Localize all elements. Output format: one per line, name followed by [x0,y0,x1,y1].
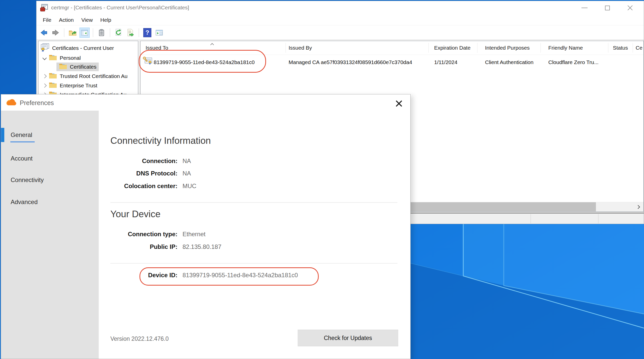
export-folder-icon [68,28,77,37]
sidebar-item-connectivity[interactable]: Connectivity [1,173,99,187]
connection-type-value: Ethernet [183,231,206,238]
dns-protocol-value: NA [183,170,191,177]
toolbar: ? [36,26,644,40]
toolbar-separator [110,28,110,37]
forward-icon [51,28,60,37]
menu-file[interactable]: File [39,17,55,23]
chevron-right-icon[interactable] [41,84,49,87]
colocation-center-label: Colocation center: [110,183,177,190]
tree-item-certificates-selected[interactable]: Certificates [56,63,99,71]
menu-help[interactable]: Help [96,17,115,23]
connection-label: Connection: [110,157,177,165]
toolbar-separator [93,28,93,37]
column-separator[interactable] [608,43,608,53]
maximize-icon [605,6,610,10]
certmgr-window-title: certmgr - [Certificates - Current User\P… [51,5,189,11]
sidebar-item-account[interactable]: Account [1,151,99,166]
refresh-button[interactable] [114,28,123,37]
section-divider [110,263,397,264]
menu-action[interactable]: Action [55,17,77,23]
certmgr-app-icon [39,3,49,12]
your-device-heading: Your Device [110,209,160,220]
public-ip-label: Public IP: [110,243,177,250]
column-header-issued-by[interactable]: Issued By [289,45,312,51]
certificates-store-icon [40,43,50,53]
dns-protocol-label: DNS Protocol: [110,170,177,177]
column-separator[interactable] [286,43,286,53]
console-tree-icon [80,28,89,37]
column-separator[interactable] [540,43,541,53]
menu-bar: File Action View Help [36,15,644,25]
maximize-button[interactable] [596,1,619,15]
scrollbar-right-button[interactable] [632,202,643,211]
preferences-sidebar: General Account Connectivity Advanced [1,111,99,359]
chevron-down-icon[interactable] [41,56,49,59]
show-hide-console-tree-button[interactable] [80,28,89,37]
selected-item-underline [10,142,35,142]
check-for-updates-button[interactable]: Check for Updates [298,330,398,346]
tree-root-certificates-current-user[interactable]: Certificates - Current User [40,44,114,53]
close-icon [627,5,633,11]
tree-root-label: Certificates - Current User [52,45,114,51]
folder-icon [49,82,57,90]
folder-icon [49,54,57,62]
preferences-close-button[interactable] [393,97,405,110]
cell-intended-purposes: Client Authentication [485,59,533,65]
export-folder-button[interactable] [68,28,77,37]
minimize-icon [581,8,588,8]
close-icon [395,99,403,108]
public-ip-value: 82.135.80.187 [183,243,221,250]
annotation-circle-device-id [139,267,319,286]
clipboard-icon [97,29,106,37]
cell-friendly-name: Cloudflare Zero Tru... [548,59,598,65]
annotation-circle-certificate [139,50,266,73]
close-button[interactable] [619,1,641,15]
sort-ascending-icon [210,43,214,47]
column-separator[interactable] [477,43,477,53]
column-header-ce[interactable]: Ce [636,45,642,51]
column-header-friendly-name[interactable]: Friendly Name [548,45,583,51]
export-list-button[interactable] [126,28,135,37]
column-separator[interactable] [428,43,429,53]
properties-button[interactable] [97,28,106,37]
certmgr-titlebar[interactable]: certmgr - [Certificates - Current User\P… [36,1,644,15]
tree-item-personal[interactable]: Personal [41,53,81,63]
connectivity-information-heading: Connectivity Information [110,135,211,146]
cell-issued-by: Managed CA ae57f03931324f08591d660e7c370… [289,59,412,65]
help-button[interactable]: ? [143,28,152,37]
colocation-center-value: MUC [183,183,196,190]
toolbar-separator [64,28,64,37]
column-header-expiration-date[interactable]: Expiration Date [434,45,471,51]
refresh-icon [114,28,123,37]
column-header-status[interactable]: Status [613,45,628,51]
forward-button[interactable] [51,28,61,37]
sidebar-item-general[interactable]: General [1,128,99,142]
folder-icon [49,72,57,81]
tree-item-label: Personal [60,55,81,61]
connection-value: NA [183,157,191,165]
tree-item-enterprise-trust[interactable]: Enterprise Trust [41,81,97,90]
chevron-right-icon [636,205,640,209]
column-header-intended-purposes[interactable]: Intended Purposes [485,45,530,51]
minimize-button[interactable] [573,1,596,15]
chevron-right-icon[interactable] [41,75,49,78]
column-separator[interactable] [633,43,633,53]
export-list-icon [126,28,135,37]
version-text: Version 2022.12.476.0 [110,335,169,342]
sidebar-item-advanced[interactable]: Advanced [1,195,99,209]
preferences-title: Preferences [20,99,54,107]
show-hide-action-pane-button[interactable] [154,28,164,37]
tree-item-trusted-root[interactable]: Trusted Root Certification Au [41,72,128,81]
menu-view[interactable]: View [77,17,96,23]
folder-icon [59,63,67,71]
tree-item-label: Trusted Root Certification Au [60,73,128,79]
preferences-window: Preferences General Account Connectivity… [1,94,411,359]
status-bar-separator [531,214,531,223]
tree-item-label: Enterprise Trust [60,83,97,89]
tree-item-label: Certificates [70,64,96,70]
section-divider [110,202,397,203]
status-bar-separator [598,214,598,223]
help-icon: ? [143,28,151,37]
action-pane-icon [155,28,164,37]
back-button[interactable] [39,28,49,37]
